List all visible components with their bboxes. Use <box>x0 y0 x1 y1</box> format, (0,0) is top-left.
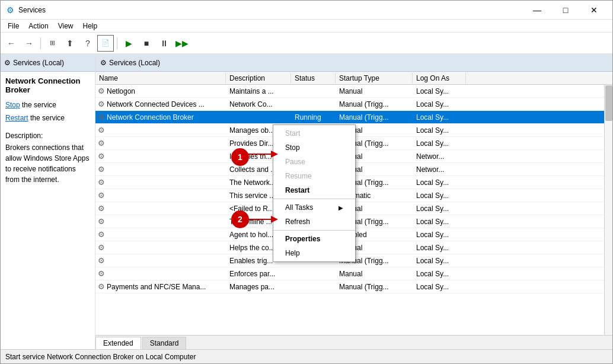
maximize-button[interactable]: □ <box>552 1 579 20</box>
row-logon-cell: Local Sy... <box>413 203 466 214</box>
restart-button[interactable]: ▶▶ <box>174 35 190 52</box>
scrollbar-track[interactable] <box>604 85 612 335</box>
toolbar-sep-1 <box>40 37 41 49</box>
row-name-cell: ⚙ <box>95 203 226 214</box>
left-panel-body: Network Connection Broker Stop the servi… <box>1 72 95 349</box>
close-button[interactable]: ✕ <box>580 1 608 20</box>
context-menu-item-label: Resume <box>285 172 312 180</box>
row-logon-cell: Local Sy... <box>413 177 466 188</box>
gear-icon: ⚙ <box>98 113 105 122</box>
show-hide-console-button[interactable]: ⊞ <box>44 35 60 52</box>
context-menu-item-help[interactable]: Help <box>273 246 355 260</box>
row-name-cell: ⚙ <box>95 177 226 188</box>
context-menu-item-stop[interactable]: Stop <box>273 141 355 155</box>
row-name-cell: ⚙ <box>95 190 226 201</box>
forward-button[interactable]: → <box>21 35 37 52</box>
row-desc-cell: Network Co... <box>226 99 291 110</box>
tab-standard[interactable]: Standard <box>142 337 187 349</box>
gear-icon: ⚙ <box>98 230 105 239</box>
gear-icon: ⚙ <box>98 87 105 95</box>
table-row[interactable]: ⚙Network Connected Devices ...Network Co… <box>95 98 612 111</box>
row-startup-cell: Manual (Trigg... <box>336 112 413 123</box>
col-header-logon[interactable]: Log On As <box>413 73 466 84</box>
selected-service-name: Network Connection Broker <box>5 76 90 94</box>
tab-extended[interactable]: Extended <box>95 337 141 349</box>
menu-file[interactable]: File <box>3 21 24 31</box>
gear-icon: ⚙ <box>98 243 105 252</box>
services-local-icon: ⚙ <box>4 59 11 67</box>
row-logon-cell: Local Sy... <box>413 86 466 97</box>
restart-link[interactable]: Restart <box>5 114 28 122</box>
col-header-desc[interactable]: Description <box>226 73 291 84</box>
pause-button[interactable]: ⏸ <box>156 35 173 52</box>
gear-icon: ⚙ <box>98 204 105 213</box>
context-menu-item-label: Stop <box>285 143 300 152</box>
menu-action[interactable]: Action <box>24 21 53 31</box>
gear-icon: ⚙ <box>98 178 105 187</box>
row-logon-cell: Local Sy... <box>413 190 466 201</box>
row-logon-cell: Networ... <box>413 151 466 162</box>
table-row[interactable]: ⚙Enforces par...ManualLocal Sy... <box>95 267 612 280</box>
play-button[interactable]: ▶ <box>120 35 137 52</box>
back-button[interactable]: ← <box>3 35 20 52</box>
show-help-button[interactable]: ? <box>79 35 96 52</box>
col-header-status[interactable]: Status <box>291 73 336 84</box>
context-menu-separator <box>273 199 355 199</box>
row-logon-cell: Local Sy... <box>413 125 466 136</box>
window-title: Services <box>18 6 523 14</box>
row-desc-cell: Manages pa... <box>226 282 291 292</box>
row-name-cell: ⚙ <box>95 268 226 279</box>
title-bar: ⚙ Services — □ ✕ <box>1 1 612 20</box>
table-row[interactable]: ⚙Payments and NFC/SE Mana...Manages pa..… <box>95 280 612 293</box>
context-menu-item-refresh[interactable]: Refresh <box>273 215 355 229</box>
stop-button[interactable]: ■ <box>138 35 155 52</box>
row-logon-cell: Local Sy... <box>413 256 466 266</box>
row-desc-cell <box>226 116 291 119</box>
row-logon-cell: Local Sy... <box>413 229 466 240</box>
row-name-cell: ⚙ <box>95 124 226 136</box>
table-header: Name Description Status Startup Type Log… <box>95 72 612 85</box>
up-button[interactable]: ⬆ <box>62 35 78 52</box>
stop-link[interactable]: Stop <box>5 101 20 109</box>
gear-icon: ⚙ <box>98 191 105 200</box>
context-menu-item-restart[interactable]: Restart <box>273 183 355 197</box>
export-button[interactable]: 📄 <box>97 35 114 52</box>
context-menu-item-label: Help <box>285 249 300 257</box>
row-startup-cell: Manual <box>336 269 413 279</box>
row-name-cell: ⚙ <box>95 164 226 175</box>
gear-icon: ⚙ <box>98 282 105 291</box>
content-header-title: Services (Local) <box>109 59 160 67</box>
step-2-circle: 2 <box>231 210 249 228</box>
row-startup-cell: Manual (Trigg... <box>336 99 413 110</box>
row-name-cell: ⚙ <box>95 255 226 266</box>
app-icon: ⚙ <box>5 5 15 15</box>
context-menu-item-label: Restart <box>285 186 309 194</box>
description-label: Description: <box>5 132 90 140</box>
scrollbar-thumb[interactable] <box>605 85 612 121</box>
gear-icon: ⚙ <box>98 256 105 265</box>
row-startup-cell: Manual (Trigg... <box>336 282 413 292</box>
row-status-cell <box>291 103 336 106</box>
menu-view[interactable]: View <box>53 21 78 31</box>
step-1-circle: 1 <box>231 148 249 166</box>
row-status-cell <box>291 90 336 92</box>
row-name-cell: ⚙ <box>95 242 226 253</box>
row-logon-cell: Local Sy... <box>413 282 466 292</box>
context-menu-item-properties[interactable]: Properties <box>273 232 355 246</box>
table-row[interactable]: ⚙NetlogonMaintains a ...ManualLocal Sy..… <box>95 85 612 98</box>
context-menu-item-all-tasks[interactable]: All Tasks▶ <box>273 200 355 215</box>
gear-icon: ⚙ <box>98 100 105 108</box>
tab-bar: Extended Standard <box>95 335 612 349</box>
minimize-button[interactable]: — <box>523 1 551 20</box>
context-menu-item-pause: Pause <box>273 155 355 169</box>
context-menu-item-start: Start <box>273 126 355 141</box>
row-name-cell: ⚙Payments and NFC/SE Mana... <box>95 281 226 292</box>
row-logon-cell: Local Sy... <box>413 216 466 227</box>
content-header: ⚙ Services (Local) <box>95 54 612 72</box>
menu-help[interactable]: Help <box>78 21 103 31</box>
col-header-startup[interactable]: Startup Type <box>336 73 413 84</box>
col-header-name[interactable]: Name <box>95 73 226 84</box>
gear-icon: ⚙ <box>98 152 105 161</box>
table-row[interactable]: ⚙Network Connection BrokerRunningManual … <box>95 111 612 124</box>
row-logon-cell: Networ... <box>413 164 466 175</box>
